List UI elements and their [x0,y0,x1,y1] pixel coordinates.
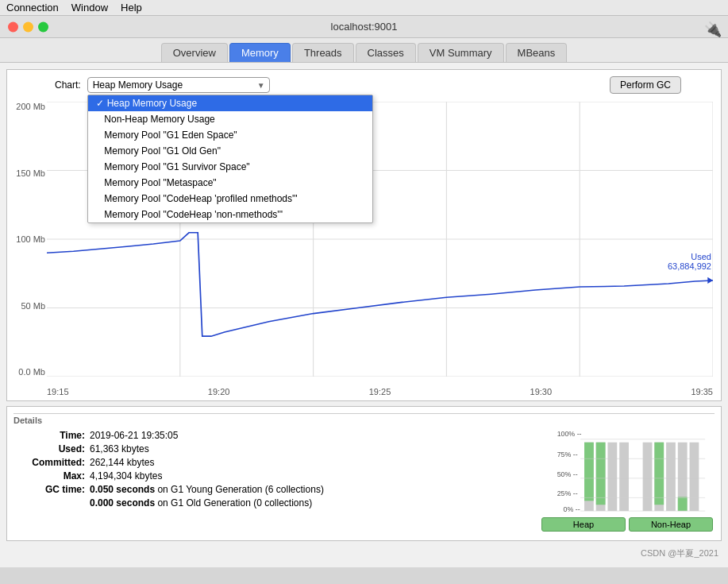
main-content: Chart: ▼ ✓Heap Memory Usage Non-Heap Mem… [0,63,728,567]
x-axis: 19:15 19:20 19:25 19:30 19:35 [47,387,713,396]
detail-time-key: Time: [13,430,85,441]
svg-rect-25 [596,443,606,505]
tab-mbeans[interactable]: MBeans [506,43,568,62]
chart-select-wrapper: ▼ ✓Heap Memory Usage Non-Heap Memory Usa… [87,77,270,93]
window-title: localhost:9001 [331,21,398,33]
detail-time-val: 2019-06-21 19:35:05 [90,430,178,441]
menu-window[interactable]: Window [71,2,108,14]
detail-used-val: 61,363 kbytes [90,443,149,454]
bar-chart-area: 100% -- 75% -- 50% -- 25% -- 0% -- [540,430,715,533]
detail-used-key: Used: [13,443,85,454]
svg-text:25% --: 25% -- [557,489,578,497]
tab-threads[interactable]: Threads [292,43,354,62]
detail-gctime-row: GC time: 0.050 seconds on G1 Young Gener… [13,484,527,495]
chart-header: Chart: ▼ ✓Heap Memory Usage Non-Heap Mem… [55,76,681,94]
checkmark-icon [96,145,102,157]
details-left: Time: 2019-06-21 19:35:05 Used: 61,363 k… [13,430,527,533]
chart-label: Chart: [55,79,81,91]
non-heap-button[interactable]: Non-Heap [629,517,713,532]
chart-area: Chart: ▼ ✓Heap Memory Usage Non-Heap Mem… [6,69,722,401]
dropdown-item-codeheap-non[interactable]: Memory Pool "CodeHeap 'non-nmethods'" [88,207,372,222]
checkmark-icon [96,130,102,141]
detail-used-row: Used: 61,363 kbytes [13,443,527,454]
x-label-1925: 19:25 [369,387,391,396]
checkmark-icon [96,114,102,125]
x-label-1930: 19:30 [530,387,553,396]
detail-gctime-key: GC time: [13,484,85,495]
details-content: Time: 2019-06-21 19:35:05 Used: 61,363 k… [13,430,715,533]
watermark: CSDN @半夏_2021 [6,546,722,561]
svg-rect-26 [607,443,617,511]
dropdown-item-nonheap[interactable]: Non-Heap Memory Usage [88,111,372,127]
svg-text:50% --: 50% -- [557,470,578,478]
detail-max-val: 4,194,304 kbytes [90,470,162,482]
y-label-200: 200 Mb [13,102,45,111]
svg-text:75% --: 75% -- [557,451,578,458]
svg-text:100% --: 100% -- [557,430,582,438]
svg-rect-34 [690,443,699,511]
detail-max-row: Max: 4,194,304 kbytes [13,470,527,482]
menubar: Connection Window Help [0,0,728,16]
titlebar: localhost:9001 🔌 [0,16,728,38]
menu-help[interactable]: Help [121,2,142,14]
x-label-1915: 19:15 [47,387,69,396]
used-label: Used 63,884,992 [668,252,711,271]
y-label-150: 150 Mb [13,168,45,178]
dropdown-item-codeheap-profiled[interactable]: Memory Pool "CodeHeap 'profiled nmethods… [88,191,372,207]
detail-time-row: Time: 2019-06-21 19:35:05 [13,430,527,441]
tab-memory[interactable]: Memory [229,43,291,62]
checkmark-icon [96,161,102,172]
tab-vm-summary[interactable]: VM Summary [418,43,504,62]
svg-rect-33 [678,497,688,511]
tab-classes[interactable]: Classes [356,43,416,62]
checkmark-icon [96,193,102,204]
detail-committed-val: 262,144 kbytes [90,457,154,468]
details-panel: Details Time: 2019-06-21 19:35:05 Used: … [6,406,722,541]
checkmark-icon: ✓ [96,98,104,109]
network-icon: 🔌 [704,21,720,33]
detail-gctime-val1: 0.050 seconds on G1 Young Generation (6 … [90,484,324,495]
y-label-50: 50 Mb [13,301,45,311]
x-label-1935: 19:35 [691,387,713,396]
chart-select[interactable] [87,77,270,93]
maximize-button[interactable] [38,21,48,32]
dropdown-item-eden[interactable]: Memory Pool "G1 Eden Space" [88,127,372,143]
y-label-100: 100 Mb [13,234,45,244]
dropdown-item-metaspace[interactable]: Memory Pool "Metaspace" [88,175,372,191]
svg-rect-30 [654,443,664,505]
details-right: 100% -- 75% -- 50% -- 25% -- 0% -- [540,430,715,533]
details-title: Details [13,413,715,425]
detail-committed-row: Committed: 262,144 kbytes [13,457,527,468]
svg-text:0% --: 0% -- [563,505,580,513]
svg-rect-31 [666,443,676,511]
minimize-button[interactable] [23,21,33,32]
traffic-lights [8,21,48,32]
detail-committed-key: Committed: [13,457,85,468]
svg-rect-23 [584,443,594,501]
svg-rect-27 [619,443,629,511]
dropdown-item-heap[interactable]: ✓Heap Memory Usage [88,95,372,111]
chart-dropdown: ✓Heap Memory Usage Non-Heap Memory Usage… [87,95,373,223]
bar-labels: Heap Non-Heap [540,516,715,533]
close-button[interactable] [8,21,18,32]
perform-gc-button[interactable]: Perform GC [610,76,681,94]
bar-chart-svg: 100% -- 75% -- 50% -- 25% -- 0% -- [540,430,715,516]
detail-gctime-row2: 0.000 seconds on G1 Old Generation (0 co… [13,497,527,509]
checkmark-icon [96,209,102,220]
x-label-1920: 19:20 [208,387,230,396]
dropdown-item-oldgen[interactable]: Memory Pool "G1 Old Gen" [88,143,372,159]
tabbar: Overview Memory Threads Classes VM Summa… [0,38,728,63]
svg-marker-16 [707,277,713,284]
tab-overview[interactable]: Overview [161,43,228,62]
checkmark-icon [96,177,102,188]
detail-max-key: Max: [13,470,85,482]
heap-button[interactable]: Heap [541,517,626,532]
menu-connection[interactable]: Connection [6,2,59,14]
svg-rect-28 [643,443,653,511]
dropdown-item-survivor[interactable]: Memory Pool "G1 Survivor Space" [88,159,372,175]
y-axis: 0.0 Mb 50 Mb 100 Mb 150 Mb 200 Mb [13,102,45,377]
y-label-0: 0.0 Mb [13,367,45,377]
